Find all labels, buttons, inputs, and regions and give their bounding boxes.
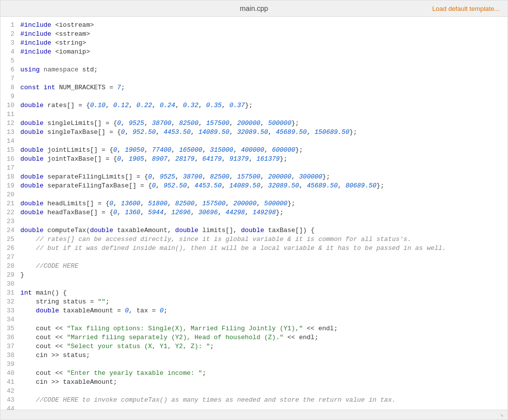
line-content: cout << "Select your status (X, Y1, Y2, …	[20, 342, 508, 351]
line-number: 41	[0, 378, 20, 387]
line-number: 42	[0, 387, 20, 396]
code-row: 7	[0, 74, 508, 83]
file-title: main.cpp	[240, 4, 268, 12]
code-row: 35 cout << "Tax filing options: Single(X…	[0, 324, 508, 333]
line-number: 23	[0, 217, 20, 226]
line-number: 38	[0, 351, 20, 360]
line-number: 8	[0, 83, 20, 92]
code-row: 16double jointTaxBase[] = {0, 1905, 8907…	[0, 155, 508, 164]
code-row: 13double singleTaxBase[] = {0, 952.50, 4…	[0, 128, 508, 137]
line-content: double rates[] = {0.10, 0.12, 0.22, 0.24…	[20, 101, 508, 110]
code-row: 26 // but if it was defined inside main(…	[0, 244, 508, 253]
line-number: 24	[0, 226, 20, 235]
line-content: //CODE HERE	[20, 262, 508, 271]
line-content: cout << "Tax filing options: Single(X), …	[20, 324, 508, 333]
code-row: 29}	[0, 271, 508, 280]
code-row: 11	[0, 110, 508, 119]
code-row: 42	[0, 387, 508, 396]
line-content: double headLimits[] = {0, 13600, 51800, …	[20, 199, 508, 208]
code-row: 1#include <iostream>	[0, 21, 508, 30]
line-number: 36	[0, 333, 20, 342]
line-number: 12	[0, 119, 20, 128]
code-row: 43 //CODE HERE to invoke computeTax() as…	[0, 396, 508, 405]
line-content: double computeTax(double taxableAmount, …	[20, 226, 508, 235]
line-number: 40	[0, 369, 20, 378]
line-number: 37	[0, 342, 20, 351]
line-number: 27	[0, 253, 20, 262]
line-number: 10	[0, 101, 20, 110]
line-content: }	[20, 271, 508, 280]
line-content: cin >> taxableAmount;	[20, 378, 508, 387]
code-row: 5	[0, 57, 508, 65]
line-content: cout << "Married filing separately (Y2),…	[20, 333, 508, 342]
line-number: 13	[0, 128, 20, 137]
line-content: cout << "Enter the yearly taxable income…	[20, 369, 508, 378]
line-number: 7	[0, 74, 20, 83]
line-content: double singleLimits[] = {0, 9525, 38700,…	[20, 119, 508, 128]
code-row: 32 string status = "";	[0, 298, 508, 306]
code-row: 38 cin >> status;	[0, 351, 508, 360]
code-row: 40 cout << "Enter the yearly taxable inc…	[0, 369, 508, 378]
line-content: #include <string>	[20, 39, 508, 48]
line-number: 11	[0, 110, 20, 119]
code-row: 2#include <sstream>	[0, 30, 508, 39]
app-container: main.cpp Load default template... 1#incl…	[0, 0, 508, 420]
line-number: 29	[0, 271, 20, 280]
load-template-button[interactable]: Load default template...	[432, 5, 500, 12]
line-number: 26	[0, 244, 20, 253]
line-number: 44	[0, 405, 20, 410]
code-row: 39	[0, 360, 508, 369]
code-row: 37 cout << "Select your status (X, Y1, Y…	[0, 342, 508, 351]
code-row: 20	[0, 190, 508, 199]
line-number: 33	[0, 306, 20, 315]
line-content: double headTaxBase[] = {0, 1360, 5944, 1…	[20, 208, 508, 217]
line-content: double separateFilingTaxBase[] = {0, 952…	[20, 181, 508, 190]
code-editor[interactable]: 1#include <iostream>2#include <sstream>3…	[0, 17, 508, 410]
line-number: 39	[0, 360, 20, 369]
line-number: 15	[0, 146, 20, 155]
code-row: 12double singleLimits[] = {0, 9525, 3870…	[0, 119, 508, 128]
line-number: 6	[0, 65, 20, 74]
code-row: 14	[0, 137, 508, 146]
line-number: 14	[0, 137, 20, 146]
code-row: 18double separateFilingLimits[] = {0, 95…	[0, 173, 508, 181]
line-number: 21	[0, 199, 20, 208]
line-number: 22	[0, 208, 20, 217]
code-row: 21double headLimits[] = {0, 13600, 51800…	[0, 199, 508, 208]
line-number: 2	[0, 30, 20, 39]
line-number: 28	[0, 262, 20, 271]
line-content: // rates[] can be accessed directly, sin…	[20, 235, 508, 244]
line-number: 17	[0, 164, 20, 173]
line-number: 25	[0, 235, 20, 244]
code-row: 4#include <iomanip>	[0, 48, 508, 57]
resize-icon: ↘	[500, 411, 504, 419]
line-content: string status = "";	[20, 298, 508, 306]
code-row: 34	[0, 315, 508, 324]
line-number: 43	[0, 396, 20, 405]
code-row: 3#include <string>	[0, 39, 508, 48]
line-content: #include <iostream>	[20, 21, 508, 30]
line-number: 32	[0, 298, 20, 306]
code-row: 17	[0, 164, 508, 173]
code-row: 28 //CODE HERE	[0, 262, 508, 271]
header: main.cpp Load default template...	[0, 0, 508, 17]
line-content: double taxableAmount = 0, tax = 0;	[20, 306, 508, 315]
code-row: 23	[0, 217, 508, 226]
line-content: const int NUM_BRACKETS = 7;	[20, 83, 508, 92]
line-number: 3	[0, 39, 20, 48]
line-content: //CODE HERE to invoke computeTax() as ma…	[20, 396, 508, 405]
line-number: 20	[0, 190, 20, 199]
code-row: 10double rates[] = {0.10, 0.12, 0.22, 0.…	[0, 101, 508, 110]
code-row: 27	[0, 253, 508, 262]
line-content: int main() {	[20, 289, 508, 298]
code-row: 22double headTaxBase[] = {0, 1360, 5944,…	[0, 208, 508, 217]
line-content: double separateFilingLimits[] = {0, 9525…	[20, 173, 508, 181]
line-number: 16	[0, 155, 20, 164]
line-number: 31	[0, 289, 20, 298]
footer: ↘	[0, 410, 508, 420]
line-number: 19	[0, 181, 20, 190]
code-row: 15double jointLimits[] = {0, 19050, 7740…	[0, 146, 508, 155]
code-row: 9	[0, 92, 508, 101]
line-number: 4	[0, 48, 20, 57]
line-content: // but if it was defined inside main(), …	[20, 244, 508, 253]
